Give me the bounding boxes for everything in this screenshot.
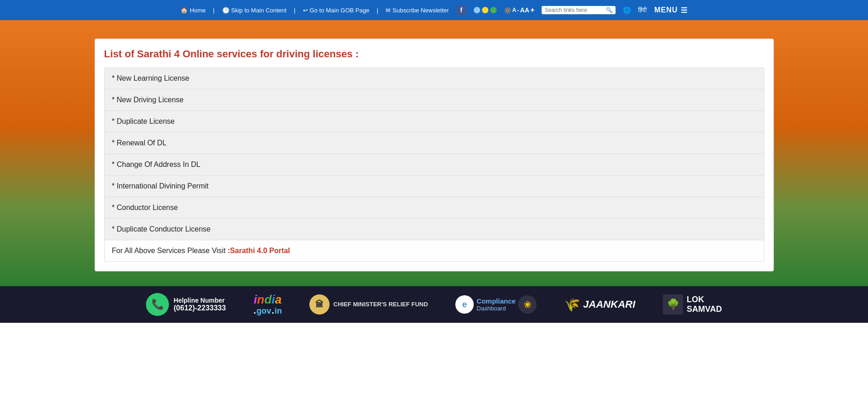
indiagovlogo-text: india bbox=[254, 293, 282, 305]
list-item: * International Divining Permit bbox=[105, 176, 764, 197]
helpline-number: (0612)-2233333 bbox=[174, 304, 226, 312]
accessibility-icon: 🔆 bbox=[504, 7, 511, 14]
jaankari-text: JAANKARI bbox=[583, 298, 635, 310]
list-item: * Renewal Of DL bbox=[105, 133, 764, 154]
jaankari-logo[interactable]: 🌾 JAANKARI bbox=[564, 297, 635, 312]
nav-divider-1: | bbox=[213, 7, 214, 14]
helpline-title: Helpline Number bbox=[174, 297, 226, 304]
theme-blue[interactable] bbox=[474, 7, 480, 13]
phone-icon: 📞 bbox=[146, 293, 169, 316]
facebook-link[interactable]: f bbox=[456, 5, 466, 15]
go-gob-link[interactable]: ↩ Go to Main GOB Page bbox=[303, 7, 370, 14]
list-item: * Duplicate License bbox=[105, 111, 764, 133]
home-icon: 🏠 bbox=[180, 7, 188, 14]
nav-divider-2: | bbox=[294, 7, 295, 14]
cm-relief-icon: 🏛 bbox=[309, 294, 330, 315]
clock-icon: 🕐 bbox=[222, 7, 230, 14]
skip-main-link[interactable]: 🕐 Skip to Main Content bbox=[222, 7, 287, 14]
hamburger-icon: ☰ bbox=[681, 6, 688, 15]
sarathi-portal-row: For All Above Services Please Visit :Sar… bbox=[105, 240, 764, 261]
theme-green[interactable] bbox=[490, 7, 497, 13]
list-item: * Duplicate Conductor License bbox=[105, 219, 764, 240]
mail-icon: ✉ bbox=[386, 7, 391, 14]
list-item: * New Driving License bbox=[105, 89, 764, 111]
theme-yellow[interactable] bbox=[482, 7, 488, 13]
nav-divider-3: | bbox=[377, 7, 378, 14]
font-a-btn[interactable]: A bbox=[512, 7, 516, 13]
sarathi-portal-link[interactable]: :Sarathi 4.0 Portal bbox=[228, 247, 290, 254]
jaankari-icon: 🌾 bbox=[564, 297, 580, 312]
globe-icon: 🌐 bbox=[623, 6, 631, 14]
compliance-text: Compliance Dashboard bbox=[476, 297, 515, 312]
subscribe-link[interactable]: ✉ Subscribe Newsletter bbox=[386, 7, 449, 14]
cm-relief-logo[interactable]: 🏛 CHIEF MINISTER'S RELIEF FUND bbox=[309, 294, 428, 315]
loksamvad-logo[interactable]: 🌳 LOK SAMVAD bbox=[663, 294, 722, 315]
compliance-icon: e bbox=[455, 295, 474, 314]
main-content-box: List of Sarathi 4 Online services for dr… bbox=[95, 39, 774, 271]
menu-button[interactable]: MENU ☰ bbox=[654, 6, 687, 15]
footer: 📞 Helpline Number (0612)-2233333 india .… bbox=[0, 286, 868, 323]
font-plus-btn[interactable]: + bbox=[530, 6, 534, 14]
back-icon: ↩ bbox=[303, 7, 308, 14]
list-item: * Conductor License bbox=[105, 197, 764, 219]
list-item: * New Learning License bbox=[105, 68, 764, 89]
loksamvad-text: LOK SAMVAD bbox=[687, 295, 722, 314]
search-box[interactable]: 🔍 bbox=[542, 6, 616, 14]
top-nav: 🏠 Home | 🕐 Skip to Main Content | ↩ Go t… bbox=[0, 0, 868, 20]
loksamvad-icon: 🌳 bbox=[663, 294, 683, 315]
font-separator: - bbox=[517, 7, 519, 14]
hero-section: List of Sarathi 4 Online services for dr… bbox=[0, 20, 868, 286]
color-theme-selector[interactable] bbox=[474, 7, 497, 13]
ashoka-icon: ❀ bbox=[518, 295, 537, 314]
search-icon: 🔍 bbox=[606, 7, 613, 13]
compliance-logo[interactable]: e Compliance Dashboard ❀ bbox=[455, 295, 537, 314]
cm-relief-text: CHIEF MINISTER'S RELIEF FUND bbox=[333, 301, 428, 309]
search-input[interactable] bbox=[544, 7, 604, 13]
home-link[interactable]: 🏠 Home bbox=[180, 7, 206, 14]
page-title: List of Sarathi 4 Online services for dr… bbox=[104, 48, 764, 60]
hindi-link[interactable]: हिंदी bbox=[638, 6, 647, 14]
helpline-section: 📞 Helpline Number (0612)-2233333 bbox=[146, 293, 226, 316]
helpline-text: Helpline Number (0612)-2233333 bbox=[174, 297, 226, 312]
indiagovlogo[interactable]: india . gov . in bbox=[253, 293, 282, 316]
services-list: * New Learning License * New Driving Lic… bbox=[104, 67, 764, 262]
font-size-controls[interactable]: 🔆 A - AA + bbox=[504, 6, 535, 14]
font-aa-btn[interactable]: AA bbox=[520, 6, 529, 14]
list-item: * Change Of Address In DL bbox=[105, 154, 764, 176]
